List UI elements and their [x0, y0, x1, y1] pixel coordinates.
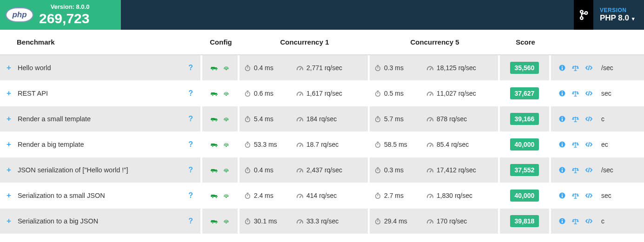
- truck-icon[interactable]: [210, 167, 218, 173]
- benchmark-name: Serialization to a small JSON: [18, 192, 105, 199]
- fingerprint-icon[interactable]: [223, 116, 230, 123]
- expand-icon[interactable]: +: [7, 89, 11, 98]
- c1-rq: 33.3 rq/sec: [306, 217, 339, 225]
- benchmark-name: Render a big template: [18, 141, 84, 148]
- stopwatch-icon: [244, 90, 251, 97]
- expand-icon[interactable]: +: [7, 140, 11, 149]
- action-tail: sec: [601, 90, 611, 97]
- c5-time: 2.7 ms: [384, 192, 404, 199]
- cell-score: 37,627: [500, 81, 551, 106]
- expand-icon[interactable]: +: [7, 165, 11, 175]
- cell-score: 37,552: [500, 157, 551, 183]
- help-icon[interactable]: ?: [188, 191, 193, 200]
- cell-benchmark: + Hello world ?: [0, 55, 202, 80]
- expand-icon[interactable]: +: [7, 63, 11, 72]
- c1-rq: 2,771 rq/sec: [306, 64, 342, 72]
- cell-conc5: 0.3 ms 17,412 rq/sec: [370, 157, 500, 183]
- scale-icon[interactable]: [571, 192, 579, 199]
- stopwatch-icon: [244, 192, 251, 199]
- benchmark-name: Render a small template: [18, 115, 91, 123]
- help-icon[interactable]: ?: [188, 115, 193, 123]
- scale-icon[interactable]: [571, 141, 579, 148]
- expand-icon[interactable]: +: [7, 114, 11, 124]
- c1-time: 30.1 ms: [254, 217, 277, 225]
- info-icon[interactable]: [558, 90, 566, 97]
- gauge-icon: [426, 167, 434, 173]
- help-icon[interactable]: ?: [188, 89, 193, 98]
- code-icon[interactable]: [585, 64, 593, 72]
- fingerprint-icon[interactable]: [223, 141, 230, 148]
- scale-icon[interactable]: [571, 167, 579, 174]
- scale-icon[interactable]: [571, 116, 579, 123]
- truck-icon[interactable]: [210, 90, 218, 97]
- c5-time: 0.3 ms: [384, 166, 404, 174]
- table-row: + Render a big template ? 53.3 ms 18.7 r…: [0, 132, 644, 157]
- fingerprint-icon[interactable]: [223, 218, 230, 225]
- scale-icon[interactable]: [571, 65, 579, 72]
- code-icon[interactable]: [585, 90, 593, 97]
- info-icon[interactable]: [558, 115, 566, 123]
- truck-icon[interactable]: [210, 141, 218, 148]
- action-tail: sec: [601, 192, 611, 199]
- stopwatch-icon: [374, 116, 381, 123]
- table-row: + Serialization to a big JSON ? 30.1 ms …: [0, 209, 644, 234]
- info-icon[interactable]: [558, 141, 566, 148]
- score-badge: 37,627: [510, 87, 539, 99]
- code-icon[interactable]: [585, 115, 593, 123]
- info-icon[interactable]: [558, 166, 566, 174]
- header-spacer: [121, 0, 569, 30]
- header-version: Version: 8.0.0: [39, 4, 89, 10]
- code-icon[interactable]: [585, 141, 593, 148]
- cell-benchmark: + Render a big template ?: [0, 132, 202, 157]
- c5-rq: 11,027 rq/sec: [437, 90, 476, 97]
- truck-icon[interactable]: [210, 65, 218, 71]
- cell-config: [202, 209, 239, 234]
- code-icon[interactable]: [585, 192, 593, 199]
- fingerprint-icon[interactable]: [223, 167, 230, 174]
- cell-config: [202, 183, 239, 208]
- stopwatch-icon: [244, 65, 251, 72]
- cell-actions: sec: [551, 81, 644, 106]
- cell-config: [202, 55, 239, 80]
- cell-benchmark: + Serialization to a small JSON ?: [0, 183, 202, 208]
- logo-text: Version: 8.0.0 269,723: [39, 4, 89, 26]
- info-icon[interactable]: [558, 64, 566, 72]
- c5-rq: 1,830 rq/sec: [437, 192, 472, 199]
- scale-icon[interactable]: [571, 218, 579, 225]
- expand-icon[interactable]: +: [7, 216, 11, 226]
- truck-icon[interactable]: [210, 192, 218, 199]
- truck-icon[interactable]: [210, 218, 218, 224]
- fingerprint-icon[interactable]: [223, 192, 230, 199]
- cell-actions: c: [551, 106, 644, 131]
- fingerprint-icon[interactable]: [223, 65, 230, 72]
- cell-actions: sec: [551, 183, 644, 208]
- cell-conc1: 53.3 ms 18.7 rq/sec: [239, 132, 370, 157]
- help-icon[interactable]: ?: [188, 64, 193, 72]
- stopwatch-icon: [374, 90, 381, 97]
- info-icon[interactable]: [558, 192, 566, 199]
- table-row: + Serialization to a small JSON ? 2.4 ms…: [0, 183, 644, 209]
- c1-time: 2.4 ms: [254, 192, 273, 199]
- code-icon[interactable]: [585, 217, 593, 225]
- code-icon[interactable]: [585, 166, 593, 174]
- truck-icon[interactable]: [210, 116, 218, 122]
- cell-score: 35,560: [500, 55, 551, 80]
- expand-icon[interactable]: +: [7, 191, 11, 200]
- scale-icon[interactable]: [571, 90, 579, 97]
- cell-actions: /sec: [551, 157, 644, 183]
- info-icon[interactable]: [558, 217, 566, 225]
- cell-benchmark: + REST API ?: [0, 81, 202, 106]
- cell-conc5: 0.3 ms 18,125 rq/sec: [370, 55, 500, 80]
- help-icon[interactable]: ?: [188, 140, 193, 149]
- c5-rq: 85.4 rq/sec: [437, 141, 469, 148]
- help-icon[interactable]: ?: [188, 217, 193, 225]
- help-icon[interactable]: ?: [188, 166, 193, 174]
- c5-time: 5.7 ms: [384, 115, 404, 123]
- version-value: PHP 8.0▾: [600, 13, 635, 23]
- gauge-icon: [296, 167, 304, 173]
- version-selector[interactable]: VERSION PHP 8.0▾: [569, 0, 644, 30]
- action-tail: ec: [601, 141, 608, 148]
- gauge-icon: [426, 192, 434, 199]
- fingerprint-icon[interactable]: [223, 90, 230, 97]
- gauge-icon: [296, 90, 304, 97]
